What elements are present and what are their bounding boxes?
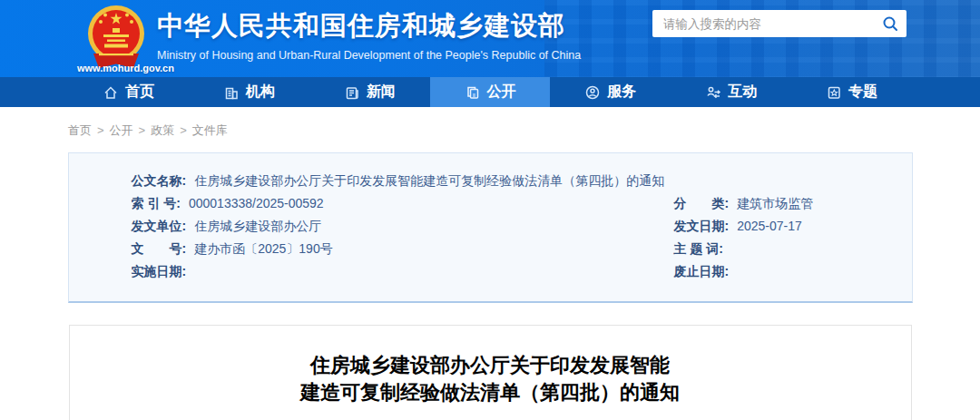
meta-value: 000013338/2025-00592 — [189, 196, 324, 210]
meta-label: 公文名称: — [132, 173, 187, 188]
nav-tab-label: 新闻 — [367, 83, 396, 102]
meta-row: 索 引 号:000013338/2025-00592 分 类:建筑市场监管 — [69, 192, 912, 215]
site-header: www.mohurd.gov.cn 中华人民共和国住房和城乡建设部 Minist… — [0, 0, 980, 77]
nav-tab-label: 机构 — [246, 83, 275, 102]
site-url: www.mohurd.gov.cn — [77, 63, 174, 73]
document-title-line1: 住房城乡建设部办公厅关于印发发展智能 — [70, 352, 911, 379]
article-panel: 住房城乡建设部办公厅关于印发发展智能 建造可复制经验做法清单（第四批）的通知 — [69, 325, 912, 420]
nav-tab-home[interactable]: 首页 — [68, 77, 189, 107]
nav-tab-special[interactable]: 专题 — [791, 77, 912, 107]
breadcrumb-separator: > — [97, 123, 104, 137]
home-icon — [103, 84, 119, 101]
meta-row-document-name: 公文名称:住房城乡建设部办公厅关于印发发展智能建造可复制经验做法清单（第四批）的… — [69, 170, 912, 192]
special-icon — [826, 84, 842, 101]
meta-label: 文 号: — [132, 241, 187, 256]
nav-tab-label: 专题 — [848, 83, 877, 102]
national-emblem-icon — [86, 4, 146, 69]
search-input[interactable] — [652, 17, 874, 31]
search-icon — [882, 15, 898, 32]
service-icon — [584, 84, 601, 101]
meta-label: 发文单位: — [132, 219, 187, 233]
nav-tab-organization[interactable]: 机构 — [189, 77, 309, 107]
nav-tab-disclosure[interactable]: 公开 — [430, 77, 551, 107]
meta-label: 发文日期: — [674, 219, 730, 233]
main-navigation: 首页 机构 新闻 — [0, 77, 980, 107]
meta-value: 建筑市场监管 — [737, 196, 813, 210]
search-bar — [652, 10, 906, 37]
document-info-panel: 公文名称:住房城乡建设部办公厅关于印发发展智能建造可复制经验做法清单（第四批）的… — [68, 152, 913, 303]
breadcrumb-home[interactable]: 首页 — [68, 123, 92, 137]
search-button[interactable] — [874, 10, 906, 37]
nav-tab-label: 首页 — [125, 83, 154, 102]
meta-label: 主 题 词: — [674, 241, 723, 256]
meta-row: 发文单位:住房城乡建设部办公厅 发文日期:2025-07-17 — [69, 215, 912, 238]
meta-label: 索 引 号: — [132, 196, 181, 210]
interact-icon — [705, 84, 721, 101]
meta-label: 实施日期: — [132, 264, 187, 278]
meta-value: 住房城乡建设部办公厅 — [194, 219, 321, 233]
meta-value: 建办市函〔2025〕190号 — [194, 241, 333, 256]
meta-label: 废止日期: — [674, 264, 730, 278]
document-title: 住房城乡建设部办公厅关于印发发展智能 建造可复制经验做法清单（第四批）的通知 — [70, 352, 911, 406]
meta-row: 文 号:建办市函〔2025〕190号 主 题 词: — [69, 238, 912, 260]
meta-row: 实施日期: 废止日期: — [69, 260, 912, 283]
nav-tab-services[interactable]: 服务 — [550, 77, 671, 107]
disclosure-icon — [465, 84, 481, 101]
nav-tab-news[interactable]: 新闻 — [309, 77, 430, 107]
org-icon — [223, 84, 240, 101]
breadcrumb-policy[interactable]: 政策 — [151, 123, 174, 137]
document-title-line2: 建造可复制经验做法清单（第四批）的通知 — [70, 379, 911, 406]
nav-tab-label: 互动 — [728, 83, 757, 102]
meta-value: 2025-07-17 — [737, 219, 802, 233]
site-title-en: Ministry of Housing and Urban-Rural Deve… — [157, 49, 581, 62]
news-icon — [344, 84, 360, 101]
breadcrumb-disclosure[interactable]: 公开 — [110, 123, 133, 137]
breadcrumb-separator: > — [180, 123, 187, 137]
nav-tab-label: 公开 — [487, 83, 516, 102]
site-title-cn: 中华人民共和国住房和城乡建设部 — [157, 8, 581, 44]
meta-label: 分 类: — [674, 196, 730, 210]
breadcrumb-separator: > — [139, 123, 146, 137]
breadcrumb: 首页>公开>政策>文件库 — [68, 107, 912, 139]
nav-tab-interaction[interactable]: 互动 — [671, 77, 791, 107]
nav-tab-label: 服务 — [607, 83, 636, 102]
meta-value: 住房城乡建设部办公厅关于印发发展智能建造可复制经验做法清单（第四批）的通知 — [194, 173, 664, 188]
breadcrumb-library[interactable]: 文件库 — [192, 123, 228, 137]
